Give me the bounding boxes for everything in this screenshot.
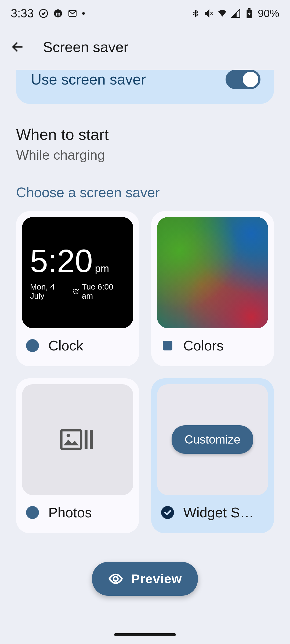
use-screen-saver-row[interactable]: Use screen saver: [16, 70, 274, 104]
battery-percent: 90%: [258, 8, 279, 20]
saver-card-photos[interactable]: Photos: [16, 378, 139, 533]
status-bar: 3:33 m 90%: [0, 0, 290, 27]
alarm-icon: [73, 288, 79, 295]
eye-icon: [108, 571, 123, 586]
clock-ampm: pm: [95, 263, 109, 275]
signal-icon: [231, 9, 241, 18]
page-title: Screen saver: [43, 39, 128, 55]
use-screen-saver-toggle[interactable]: [226, 70, 260, 89]
status-left: 3:33 m: [11, 7, 85, 20]
saver-card-clock[interactable]: 5:20 pm Mon, 4 July Tue 6:00 am Clock: [16, 211, 139, 366]
when-to-start-value: While charging: [16, 147, 274, 163]
radio-selected-icon: [161, 506, 174, 519]
checkmark-circle-icon: [39, 9, 48, 18]
m-circle-icon: m: [53, 9, 63, 18]
saver-card-colors[interactable]: Colors: [151, 211, 274, 366]
saver-label-row: Colors: [157, 328, 268, 360]
more-notifications-icon: [82, 12, 85, 15]
customize-button[interactable]: Customize: [172, 425, 253, 454]
radio-unselected-icon: [163, 341, 172, 350]
svg-rect-10: [90, 430, 93, 449]
toggle-thumb: [243, 72, 258, 87]
svg-point-12: [114, 577, 118, 581]
radio-unselected-icon: [26, 339, 39, 352]
navigation-handle[interactable]: [114, 633, 176, 636]
photos-preview: [22, 384, 133, 495]
saver-label-row: Clock: [22, 328, 133, 360]
preview-button-label: Preview: [131, 572, 182, 586]
bluetooth-icon: [191, 9, 200, 18]
widget-preview: Customize: [157, 384, 268, 495]
saver-name: Clock: [48, 338, 83, 354]
status-time: 3:33: [11, 7, 34, 20]
when-to-start-title: When to start: [16, 125, 274, 143]
svg-rect-9: [85, 430, 88, 449]
saver-name: Colors: [183, 338, 224, 354]
svg-point-8: [67, 434, 70, 437]
battery-charging-icon: [244, 9, 254, 18]
arrow-left-icon: [11, 40, 24, 54]
svg-text:m: m: [55, 10, 60, 17]
wifi-icon: [218, 9, 227, 18]
mute-icon: [204, 9, 214, 18]
status-right: 90%: [191, 8, 279, 20]
saver-card-widget[interactable]: Customize Widget S…: [151, 378, 274, 533]
choose-section-header: Choose a screen saver: [0, 184, 290, 211]
app-bar: Screen saver: [0, 27, 290, 70]
saver-name: Widget S…: [183, 504, 254, 521]
use-screen-saver-label: Use screen saver: [31, 71, 146, 88]
clock-preview: 5:20 pm Mon, 4 July Tue 6:00 am: [22, 217, 133, 328]
clock-date: Mon, 4 July: [30, 282, 70, 301]
back-button[interactable]: [8, 38, 27, 56]
radio-unselected-icon: [26, 506, 39, 519]
saver-name: Photos: [48, 504, 92, 521]
saver-label-row: Photos: [22, 495, 133, 527]
when-to-start-row[interactable]: When to start While charging: [0, 120, 290, 184]
colors-preview: [157, 217, 268, 328]
svg-rect-7: [61, 430, 81, 449]
clock-time: 5:20: [30, 245, 93, 277]
preview-button[interactable]: Preview: [92, 562, 198, 596]
screen-saver-grid: 5:20 pm Mon, 4 July Tue 6:00 am Clock Co…: [0, 211, 290, 533]
gmail-icon: [68, 9, 77, 18]
clock-alarm: Tue 6:00 am: [82, 282, 125, 301]
photo-slideshow-icon: [60, 426, 95, 453]
svg-rect-5: [248, 8, 251, 10]
saver-label-row: Widget S…: [157, 495, 268, 527]
